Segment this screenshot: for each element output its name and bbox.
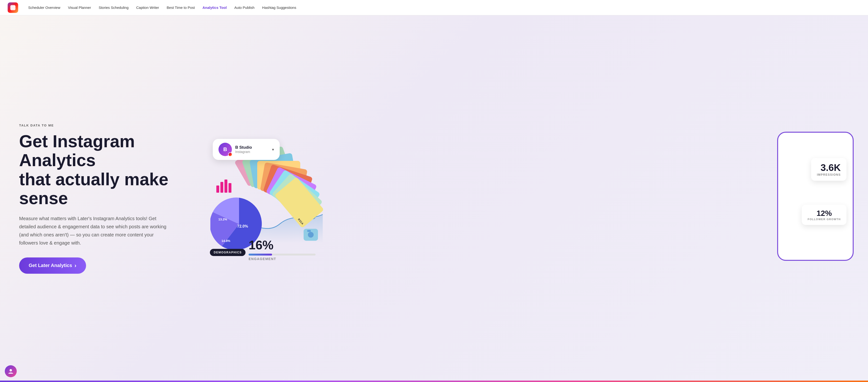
nav-link-visual-planner[interactable]: Visual Planner [65,4,94,11]
svg-point-2 [14,6,14,6]
profile-card[interactable]: B B Studio Instagram ▾ [213,139,280,160]
svg-rect-4 [220,182,223,193]
hero-section: TALK DATA TO ME Get Instagram Analytics … [0,15,868,382]
instagram-badge [228,152,232,157]
svg-rect-3 [216,186,219,193]
bar-chart-icon [215,177,232,195]
bottom-gradient-bar [0,381,868,382]
avatar: B [218,143,232,156]
svg-text:14.8%: 14.8% [222,239,230,243]
hero-illustration: B B Studio Instagram ▾ W23CBlue LX73EmpC… [201,129,849,268]
main-nav: Scheduler OverviewVisual PlannerStories … [0,0,868,15]
svg-point-15 [9,369,12,372]
nav-link-hashtag-suggestions[interactable]: Hashtag Suggestions [259,4,300,11]
svg-text:13.2%: 13.2% [218,218,227,221]
engagement-bar-fill [249,254,272,256]
profile-platform: Instagram [235,150,269,154]
svg-text:72.0%: 72.0% [237,224,248,228]
nav-link-scheduler-overview[interactable]: Scheduler Overview [25,4,64,11]
hero-description: Measure what matters with Later's Instag… [19,215,167,247]
nav-link-best-time-to-post[interactable]: Best Time to Post [163,4,198,11]
impressions-value: 3.6K [817,162,841,173]
nav-link-analytics-tool[interactable]: Analytics Tool [199,4,230,11]
profile-info: B Studio Instagram [235,145,269,154]
profile-name: B Studio [235,145,269,150]
impressions-label: IMPRESSIONS [817,173,841,177]
engagement-bar-track [249,254,315,256]
hero-left: TALK DATA TO ME Get Instagram Analytics … [19,124,186,274]
engagement-section: 16% ENGAGEMENT [249,238,315,261]
nav-link-caption-writer[interactable]: Caption Writer [133,4,162,11]
hero-eyebrow: TALK DATA TO ME [19,124,186,127]
svg-rect-6 [228,183,231,193]
bottom-chat-avatar[interactable] [5,365,17,377]
nav-link-list: Scheduler OverviewVisual PlannerStories … [25,4,300,11]
svg-rect-0 [10,5,16,10]
nav-link-stories-scheduling[interactable]: Stories Scheduling [95,4,132,11]
dropdown-arrow-icon[interactable]: ▾ [272,147,274,152]
nav-link-auto-publish[interactable]: Auto Publish [231,4,258,11]
engagement-value: 16% [249,238,315,252]
impressions-card: 3.6K IMPRESSIONS [811,158,846,181]
logo[interactable] [8,2,18,13]
hero-title: Get Instagram Analytics that actually ma… [19,132,186,208]
get-analytics-button[interactable]: Get Later Analytics › [19,257,86,274]
follower-growth-card: 12% FOLLOWER GROWTH [802,204,846,225]
growth-label: FOLLOWER GROWTH [808,218,841,221]
demographics-badge: DEMOGRAPHICS [210,249,246,256]
phone-frame [777,132,854,261]
svg-rect-5 [224,180,227,193]
engagement-label: ENGAGEMENT [249,257,315,261]
growth-value: 12% [808,209,841,218]
